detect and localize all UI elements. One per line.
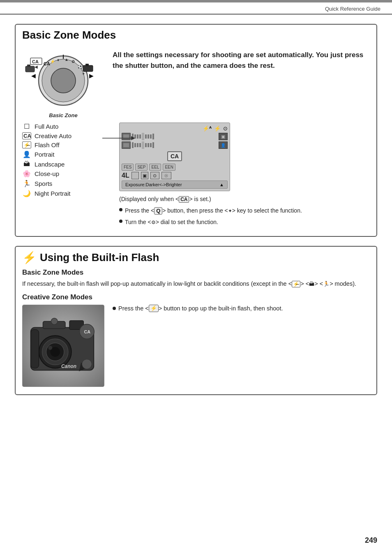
creative-zone-subtitle: Creative Zone Modes [22, 293, 370, 301]
svg-rect-15 [27, 65, 30, 67]
flash-section-title: ⚡ Using the Built-in Flash [22, 251, 370, 264]
creative-zone-bullet: Press the <⚡> button to pop up the built… [113, 305, 370, 312]
screen-bottom-row: 4L ▣ ⊙ ☉ [122, 172, 228, 179]
creative-auto-icon: CA [22, 132, 31, 139]
screen-area: ⚡ᴬ ⚡ ⊙ [119, 123, 370, 229]
header-line [0, 14, 392, 15]
camera-photo: CA Canon [22, 305, 104, 387]
creative-auto-label: Creative Auto [35, 132, 71, 139]
dial-label: Basic Zone [22, 112, 104, 118]
svg-text:⚡: ⚡ [50, 59, 55, 64]
display-note: (Displayed only when <CA> is set.) [119, 194, 370, 204]
basic-zone-title: Basic Zone Modes [22, 29, 116, 42]
basic-zone-flash-text: If necessary, the built-in flash will po… [22, 279, 370, 289]
flash-section: ⚡ Using the Built-in Flash Basic Zone Mo… [15, 246, 377, 395]
mode-landscape: 🏔 Landscape [22, 160, 113, 168]
svg-text:⚽: ⚽ [78, 64, 83, 69]
btn-fes: FES [122, 164, 134, 171]
camera-screen: ⚡ᴬ ⚡ ⊙ [119, 123, 230, 191]
intro-text: All the settings necessary for shooting … [113, 46, 370, 71]
sports-icon: 🏃 [22, 180, 31, 187]
svg-text:CA: CA [84, 329, 90, 334]
bar-right-icon-2: 👤 [219, 141, 228, 149]
btn-een: EEN [163, 164, 175, 171]
bullet-2-text: Turn the <⚙> dial to set the function. [125, 217, 218, 227]
mode-creative-auto: CA Creative Auto [22, 132, 113, 139]
bar-ticks [132, 133, 217, 140]
svg-text:Canon: Canon [61, 363, 76, 369]
full-auto-label: Full Auto [35, 123, 58, 130]
svg-text:▲: ▲ [65, 57, 69, 62]
bullet-1: Press the <Q> button, then press the <✦>… [119, 206, 370, 216]
mode-night-portrait: 🌙 Night Portrait [22, 190, 113, 197]
bullet-dot-2 [119, 220, 122, 223]
svg-rect-18 [83, 65, 93, 72]
bar-right-icon-1: ▣ [219, 133, 228, 140]
bar-left-icon-2 [122, 141, 131, 149]
mode-full-auto: ☐ Full Auto [22, 123, 113, 130]
screen-al-icon: 4L [122, 172, 129, 179]
svg-point-35 [82, 359, 92, 369]
sports-label: Sports [35, 180, 52, 187]
screen-buttons-row: FES SEP EEL EEN [122, 164, 228, 171]
portrait-icon: 👤 [22, 150, 31, 158]
dial-svg: CA ◀ ⚡ ♦ ▲ ✿ ⚽ ✦ ◀ ▶ [22, 46, 104, 111]
ca-box-row: CA [122, 150, 228, 162]
svg-text:◀: ◀ [35, 65, 38, 69]
ca-box: CA [167, 151, 182, 161]
svg-text:♦: ♦ [57, 58, 59, 62]
bullet-dot-1 [119, 208, 122, 211]
portrait-label: Portrait [35, 151, 54, 158]
bullet-2: Turn the <⚙> dial to set the function. [119, 217, 370, 227]
closeup-icon: 🌸 [22, 170, 31, 178]
svg-point-26 [51, 318, 58, 324]
landscape-icon: 🏔 [22, 160, 31, 168]
bullet-1-text: Press the <Q> button, then press the <✦>… [125, 206, 302, 216]
header-title: Quick Reference Guide [0, 2, 392, 14]
flash-title-text: Using the Built-in Flash [40, 251, 159, 264]
basic-zone-top: CA ◀ ⚡ ♦ ▲ ✿ ⚽ ✦ ◀ ▶ [22, 46, 370, 118]
mode-sports: 🏃 Sports [22, 180, 113, 187]
creative-bullet-dot [113, 307, 116, 310]
screen-target-icon: ⊙ [150, 172, 159, 179]
svg-point-2 [51, 68, 76, 93]
mode-portrait: 👤 Portrait [22, 150, 113, 158]
svg-text:CA: CA [44, 61, 50, 66]
night-portrait-icon: 🌙 [22, 190, 31, 197]
creative-zone-notes: Press the <⚡> button to pop up the built… [113, 305, 370, 314]
exposure-arrow: ▲ [219, 182, 224, 187]
svg-point-31 [48, 346, 52, 350]
full-auto-icon: ☐ [22, 123, 31, 130]
creative-zone-area: CA Canon [22, 305, 370, 387]
flash-off-icon: ⚡̶ [22, 141, 31, 148]
closeup-label: Close-up [35, 170, 59, 177]
flash-auto-icon: ⚡ᴬ [203, 125, 212, 132]
svg-text:✿: ✿ [71, 59, 75, 64]
btn-sep: SEP [135, 164, 148, 171]
svg-rect-14 [25, 66, 35, 72]
screen-notes: (Displayed only when <CA> is set.) Press… [119, 194, 370, 227]
bar-ticks-2 [132, 141, 217, 149]
mode-list: ☐ Full Auto CA Creative Auto ⚡̶ Flash Of… [22, 123, 113, 199]
camera-photo-inner: CA Canon [23, 305, 104, 386]
screen-bar-row-1: ▣ [122, 133, 228, 140]
svg-text:▶: ▶ [89, 72, 94, 79]
dial-area: CA ◀ ⚡ ♦ ▲ ✿ ⚽ ✦ ◀ ▶ [22, 46, 104, 118]
svg-rect-36 [31, 329, 39, 368]
basic-zone-section: Basic Zone Modes CA ◀ [15, 24, 377, 237]
mode-flash-off: ⚡̶ Flash Off [22, 141, 113, 148]
screen-square-icon [131, 172, 139, 179]
exposure-label: Exposure:Darker<->Brighter [125, 182, 182, 187]
svg-rect-19 [85, 64, 89, 66]
screen-color-icon: ☉ [161, 172, 171, 179]
btn-eel: EEL [149, 164, 161, 171]
svg-text:✦: ✦ [82, 72, 85, 76]
modes-and-screen: ☐ Full Auto CA Creative Auto ⚡̶ Flash Of… [22, 123, 370, 229]
basic-zone-subtitle: Basic Zone Modes [22, 268, 370, 277]
screen-top-row: ⚡ᴬ ⚡ ⊙ [122, 125, 228, 132]
svg-text:◀: ◀ [31, 72, 36, 79]
landscape-label: Landscape [35, 161, 65, 168]
bar-left-icon-1 [122, 133, 131, 140]
modes-wrapper: ☐ Full Auto CA Creative Auto ⚡̶ Flash Of… [22, 123, 370, 229]
exposure-bar: Exposure:Darker<->Brighter ▲ [122, 180, 228, 189]
